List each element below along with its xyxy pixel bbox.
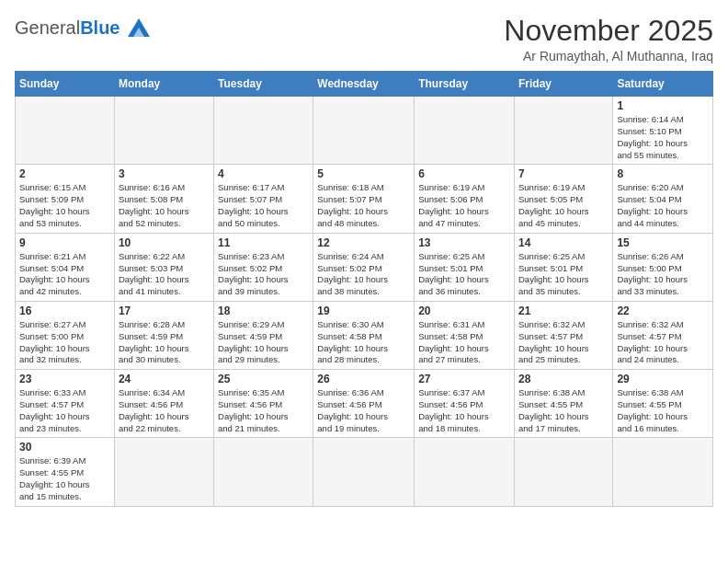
day-info: Sunrise: 6:38 AM Sunset: 4:55 PM Dayligh… bbox=[518, 387, 609, 434]
day-number: 28 bbox=[518, 373, 609, 385]
day-info: Sunrise: 6:32 AM Sunset: 4:57 PM Dayligh… bbox=[617, 319, 709, 366]
calendar-cell bbox=[114, 97, 213, 165]
calendar-cell: 29Sunrise: 6:38 AM Sunset: 4:55 PM Dayli… bbox=[613, 370, 713, 438]
day-number: 15 bbox=[617, 236, 709, 249]
day-info: Sunrise: 6:28 AM Sunset: 4:59 PM Dayligh… bbox=[119, 319, 210, 366]
calendar-cell bbox=[214, 97, 313, 165]
calendar-cell: 14Sunrise: 6:25 AM Sunset: 5:01 PM Dayli… bbox=[514, 233, 612, 301]
calendar-cell: 18Sunrise: 6:29 AM Sunset: 4:59 PM Dayli… bbox=[214, 301, 313, 369]
title-area: November 2025 Ar Rumaythah, Al Muthanna,… bbox=[504, 15, 713, 63]
calendar-cell: 6Sunrise: 6:19 AM Sunset: 5:06 PM Daylig… bbox=[415, 165, 515, 233]
day-number: 21 bbox=[518, 304, 609, 317]
header-sunday: Sunday bbox=[16, 72, 115, 97]
calendar-body: 1Sunrise: 6:14 AM Sunset: 5:10 PM Daylig… bbox=[16, 97, 713, 507]
day-number: 25 bbox=[218, 373, 309, 385]
calendar-cell: 1Sunrise: 6:14 AM Sunset: 5:10 PM Daylig… bbox=[613, 97, 713, 165]
calendar-cell bbox=[16, 97, 115, 165]
day-info: Sunrise: 6:38 AM Sunset: 4:55 PM Dayligh… bbox=[617, 387, 709, 434]
calendar-cell: 23Sunrise: 6:33 AM Sunset: 4:57 PM Dayli… bbox=[16, 370, 115, 438]
header-monday: Monday bbox=[114, 72, 213, 97]
day-number: 12 bbox=[317, 236, 410, 249]
day-number: 4 bbox=[218, 167, 309, 180]
day-info: Sunrise: 6:14 AM Sunset: 5:10 PM Dayligh… bbox=[617, 114, 709, 161]
day-number: 8 bbox=[617, 167, 709, 180]
day-info: Sunrise: 6:17 AM Sunset: 5:07 PM Dayligh… bbox=[218, 182, 309, 229]
logo-area: General Blue bbox=[15, 15, 154, 40]
day-number: 17 bbox=[119, 304, 210, 317]
calendar-cell: 4Sunrise: 6:17 AM Sunset: 5:07 PM Daylig… bbox=[214, 165, 313, 233]
calendar-cell: 22Sunrise: 6:32 AM Sunset: 4:57 PM Dayli… bbox=[613, 301, 713, 369]
header-tuesday: Tuesday bbox=[214, 72, 313, 97]
day-info: Sunrise: 6:29 AM Sunset: 4:59 PM Dayligh… bbox=[218, 319, 309, 366]
calendar-cell: 17Sunrise: 6:28 AM Sunset: 4:59 PM Dayli… bbox=[114, 301, 213, 369]
calendar-cell: 9Sunrise: 6:21 AM Sunset: 5:04 PM Daylig… bbox=[16, 233, 115, 301]
day-info: Sunrise: 6:20 AM Sunset: 5:04 PM Dayligh… bbox=[617, 182, 709, 229]
week-row-5: 23Sunrise: 6:33 AM Sunset: 4:57 PM Dayli… bbox=[16, 370, 713, 438]
day-info: Sunrise: 6:33 AM Sunset: 4:57 PM Dayligh… bbox=[19, 387, 110, 434]
day-info: Sunrise: 6:22 AM Sunset: 5:03 PM Dayligh… bbox=[119, 251, 210, 298]
calendar-cell: 3Sunrise: 6:16 AM Sunset: 5:08 PM Daylig… bbox=[114, 165, 213, 233]
header-thursday: Thursday bbox=[415, 72, 515, 97]
day-info: Sunrise: 6:25 AM Sunset: 5:01 PM Dayligh… bbox=[518, 251, 609, 298]
calendar-cell: 25Sunrise: 6:35 AM Sunset: 4:56 PM Dayli… bbox=[214, 370, 313, 438]
day-info: Sunrise: 6:25 AM Sunset: 5:01 PM Dayligh… bbox=[418, 251, 510, 298]
day-info: Sunrise: 6:21 AM Sunset: 5:04 PM Dayligh… bbox=[19, 251, 110, 298]
header-saturday: Saturday bbox=[613, 72, 713, 97]
day-number: 13 bbox=[418, 236, 510, 249]
week-row-2: 2Sunrise: 6:15 AM Sunset: 5:09 PM Daylig… bbox=[16, 165, 713, 233]
calendar-cell: 10Sunrise: 6:22 AM Sunset: 5:03 PM Dayli… bbox=[114, 233, 213, 301]
day-number: 19 bbox=[317, 304, 410, 317]
week-row-3: 9Sunrise: 6:21 AM Sunset: 5:04 PM Daylig… bbox=[16, 233, 713, 301]
day-info: Sunrise: 6:31 AM Sunset: 4:58 PM Dayligh… bbox=[418, 319, 510, 366]
calendar-cell bbox=[313, 97, 415, 165]
calendar-cell bbox=[613, 438, 713, 506]
calendar-cell: 5Sunrise: 6:18 AM Sunset: 5:07 PM Daylig… bbox=[313, 165, 415, 233]
logo-general-text: General bbox=[15, 17, 80, 39]
calendar-cell: 24Sunrise: 6:34 AM Sunset: 4:56 PM Dayli… bbox=[114, 370, 213, 438]
week-row-6: 30Sunrise: 6:39 AM Sunset: 4:55 PM Dayli… bbox=[16, 438, 713, 506]
day-number: 30 bbox=[19, 441, 110, 454]
day-info: Sunrise: 6:34 AM Sunset: 4:56 PM Dayligh… bbox=[119, 387, 210, 434]
day-number: 24 bbox=[119, 373, 210, 385]
calendar-header: SundayMondayTuesdayWednesdayThursdayFrid… bbox=[16, 72, 713, 97]
day-number: 29 bbox=[617, 373, 709, 385]
calendar-cell: 20Sunrise: 6:31 AM Sunset: 4:58 PM Dayli… bbox=[415, 301, 515, 369]
day-info: Sunrise: 6:19 AM Sunset: 5:06 PM Dayligh… bbox=[418, 182, 510, 229]
day-number: 7 bbox=[518, 167, 609, 180]
calendar-cell bbox=[415, 97, 515, 165]
day-info: Sunrise: 6:36 AM Sunset: 4:56 PM Dayligh… bbox=[317, 387, 410, 434]
day-number: 11 bbox=[218, 236, 309, 249]
calendar-cell: 19Sunrise: 6:30 AM Sunset: 4:58 PM Dayli… bbox=[313, 301, 415, 369]
day-info: Sunrise: 6:32 AM Sunset: 4:57 PM Dayligh… bbox=[518, 319, 609, 366]
week-row-1: 1Sunrise: 6:14 AM Sunset: 5:10 PM Daylig… bbox=[16, 97, 713, 165]
day-number: 27 bbox=[418, 373, 510, 385]
calendar-cell: 13Sunrise: 6:25 AM Sunset: 5:01 PM Dayli… bbox=[415, 233, 515, 301]
day-info: Sunrise: 6:23 AM Sunset: 5:02 PM Dayligh… bbox=[218, 251, 309, 298]
calendar-cell: 21Sunrise: 6:32 AM Sunset: 4:57 PM Dayli… bbox=[514, 301, 612, 369]
week-row-4: 16Sunrise: 6:27 AM Sunset: 5:00 PM Dayli… bbox=[16, 301, 713, 369]
day-number: 26 bbox=[317, 373, 410, 385]
calendar-cell bbox=[514, 97, 612, 165]
days-of-week-row: SundayMondayTuesdayWednesdayThursdayFrid… bbox=[16, 72, 713, 97]
logo: General Blue bbox=[15, 15, 154, 40]
calendar-cell: 11Sunrise: 6:23 AM Sunset: 5:02 PM Dayli… bbox=[214, 233, 313, 301]
day-info: Sunrise: 6:16 AM Sunset: 5:08 PM Dayligh… bbox=[119, 182, 210, 229]
day-info: Sunrise: 6:35 AM Sunset: 4:56 PM Dayligh… bbox=[218, 387, 309, 434]
day-number: 3 bbox=[119, 167, 210, 180]
calendar-cell: 8Sunrise: 6:20 AM Sunset: 5:04 PM Daylig… bbox=[613, 165, 713, 233]
day-number: 14 bbox=[518, 236, 609, 249]
day-number: 6 bbox=[418, 167, 510, 180]
day-number: 22 bbox=[617, 304, 709, 317]
calendar-cell bbox=[415, 438, 515, 506]
calendar-cell: 28Sunrise: 6:38 AM Sunset: 4:55 PM Dayli… bbox=[514, 370, 612, 438]
header-friday: Friday bbox=[514, 72, 612, 97]
calendar-cell: 30Sunrise: 6:39 AM Sunset: 4:55 PM Dayli… bbox=[16, 438, 115, 506]
day-info: Sunrise: 6:24 AM Sunset: 5:02 PM Dayligh… bbox=[317, 251, 410, 298]
location-subtitle: Ar Rumaythah, Al Muthanna, Iraq bbox=[504, 49, 713, 63]
day-number: 1 bbox=[617, 99, 709, 112]
day-info: Sunrise: 6:19 AM Sunset: 5:05 PM Dayligh… bbox=[518, 182, 609, 229]
day-info: Sunrise: 6:15 AM Sunset: 5:09 PM Dayligh… bbox=[19, 182, 110, 229]
day-number: 18 bbox=[218, 304, 309, 317]
calendar-cell bbox=[514, 438, 612, 506]
calendar-cell bbox=[214, 438, 313, 506]
